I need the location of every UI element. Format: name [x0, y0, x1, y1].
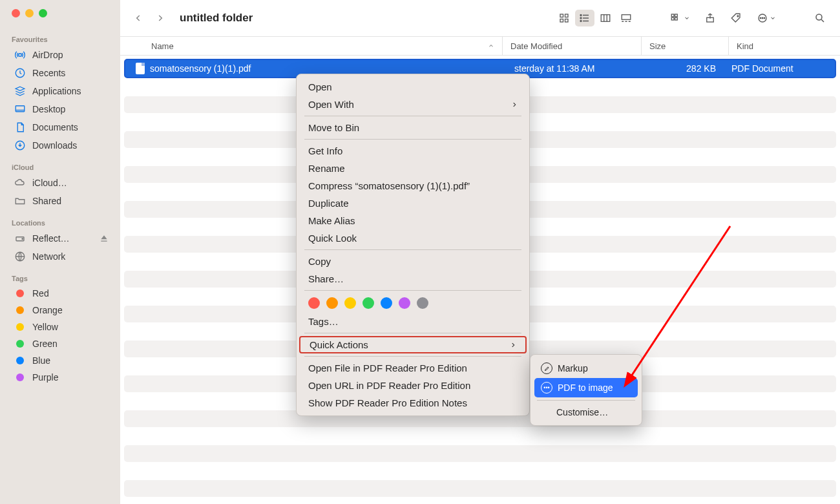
svg-point-13 — [580, 21, 582, 22]
applications-icon — [14, 85, 26, 97]
share-button[interactable] — [700, 10, 720, 26]
column-date[interactable]: Date Modified — [503, 37, 642, 55]
file-icon — [136, 63, 145, 74]
menu-show-notes[interactable]: Show PDF Reader Pro Edition Notes — [297, 394, 529, 412]
menu-share[interactable]: Share… — [297, 270, 529, 288]
actions-button[interactable] — [752, 10, 781, 26]
sidebar-item-reflect[interactable]: Reflect… — [0, 229, 120, 247]
menu-tag-colors — [297, 293, 529, 313]
group-by-button[interactable] — [666, 10, 694, 26]
tags-button[interactable] — [726, 10, 746, 26]
sidebar-item-label: Blue — [32, 355, 50, 366]
submenu-markup[interactable]: Markup — [534, 359, 638, 378]
sidebar-item-label: Reflect… — [32, 233, 70, 244]
svg-rect-18 — [671, 17, 674, 20]
column-size[interactable]: Size — [642, 37, 729, 55]
sidebar-header-icloud: iCloud — [0, 158, 120, 174]
back-button[interactable] — [131, 10, 146, 26]
sidebar-item-documents[interactable]: Documents — [0, 118, 120, 136]
sidebar: Favourites AirDrop Recents Applications … — [0, 0, 120, 504]
tag-dot-icon — [16, 289, 24, 297]
finder-window: Favourites AirDrop Recents Applications … — [0, 0, 840, 504]
sidebar-tag-blue[interactable]: Blue — [0, 352, 120, 369]
desktop-icon — [14, 103, 26, 115]
file-name: somatosensory (1)(1).pdf — [150, 63, 251, 74]
file-row-empty — [124, 428, 836, 445]
menu-separator — [304, 356, 521, 357]
column-kind[interactable]: Kind — [729, 37, 840, 55]
menu-rename[interactable]: Rename — [297, 160, 529, 177]
clock-icon — [14, 67, 26, 79]
sidebar-tag-purple[interactable]: Purple — [0, 369, 120, 386]
icon-view-button[interactable] — [554, 10, 574, 26]
svg-point-12 — [580, 17, 582, 19]
tag-color-orange[interactable] — [326, 297, 338, 309]
tag-color-purple[interactable] — [399, 297, 410, 309]
forward-button[interactable] — [152, 10, 168, 26]
column-name[interactable]: Name — [120, 37, 503, 55]
sidebar-item-icloud[interactable]: iCloud… — [0, 174, 120, 192]
sidebar-item-shared[interactable]: Shared — [0, 192, 120, 210]
sidebar-item-label: Desktop — [32, 104, 65, 114]
svg-point-26 — [816, 14, 822, 20]
menu-quick-look[interactable]: Quick Look — [297, 229, 529, 247]
svg-point-24 — [762, 17, 763, 19]
menu-compress[interactable]: Compress “somatosensory (1)(1).pdf” — [297, 177, 529, 194]
sidebar-tag-red[interactable]: Red — [0, 285, 120, 302]
eject-icon[interactable] — [100, 234, 109, 243]
sidebar-item-label: Network — [32, 251, 65, 262]
sidebar-tag-green[interactable]: Green — [0, 335, 120, 352]
zoom-window-button[interactable] — [39, 9, 47, 17]
sidebar-item-network[interactable]: Network — [0, 247, 120, 266]
close-window-button[interactable] — [12, 9, 20, 17]
menu-separator — [304, 333, 521, 333]
menu-get-info[interactable]: Get Info — [297, 142, 529, 160]
menu-copy[interactable]: Copy — [297, 253, 529, 270]
tag-color-yellow[interactable] — [344, 297, 356, 309]
airdrop-icon — [14, 49, 26, 61]
list-view-button[interactable] — [575, 10, 594, 26]
menu-open-url-pdfreader[interactable]: Open URL in PDF Reader Pro Edition — [297, 377, 529, 394]
toolbar: untitled folder — [120, 0, 840, 36]
menu-open-with[interactable]: Open With — [297, 96, 529, 113]
sidebar-item-label: Shared — [32, 196, 61, 206]
submenu-pdf-to-image[interactable]: ••• PDF to image — [534, 378, 638, 397]
downloads-icon — [14, 140, 26, 151]
tag-dot-icon — [16, 323, 24, 331]
sidebar-item-downloads[interactable]: Downloads — [0, 136, 120, 154]
sidebar-item-label: Documents — [32, 122, 78, 132]
submenu-customise[interactable]: Customise… — [534, 403, 638, 421]
sidebar-item-airdrop[interactable]: AirDrop — [0, 46, 120, 64]
svg-rect-19 — [675, 17, 678, 20]
minimize-window-button[interactable] — [25, 9, 34, 17]
search-button[interactable] — [810, 10, 830, 26]
column-view-button[interactable] — [596, 10, 615, 26]
sidebar-tag-yellow[interactable]: Yellow — [0, 319, 120, 335]
sort-indicator-icon — [488, 43, 494, 49]
svg-rect-15 — [622, 15, 631, 20]
menu-move-to-bin[interactable]: Move to Bin — [297, 119, 529, 136]
tag-color-red[interactable] — [308, 297, 320, 309]
tag-color-green[interactable] — [362, 297, 374, 309]
sidebar-tag-orange[interactable]: Orange — [0, 302, 120, 319]
file-row-empty — [124, 480, 836, 497]
menu-open[interactable]: Open — [297, 78, 529, 96]
sidebar-item-recents[interactable]: Recents — [0, 64, 120, 82]
sidebar-item-label: Applications — [32, 86, 81, 96]
workflow-icon: ••• — [541, 382, 552, 394]
menu-quick-actions[interactable]: Quick Actions — [299, 336, 527, 353]
tag-color-grey[interactable] — [417, 297, 428, 309]
sidebar-item-desktop[interactable]: Desktop — [0, 100, 120, 118]
cloud-icon — [14, 177, 26, 189]
chevron-right-icon — [510, 341, 516, 350]
menu-tags[interactable]: Tags… — [297, 313, 529, 330]
menu-open-file-pdfreader[interactable]: Open File in PDF Reader Pro Edition — [297, 359, 529, 377]
chevron-right-icon — [511, 100, 518, 109]
tag-color-blue[interactable] — [381, 297, 392, 309]
gallery-view-button[interactable] — [616, 10, 636, 26]
menu-separator — [304, 249, 521, 250]
menu-make-alias[interactable]: Make Alias — [297, 212, 529, 229]
sidebar-item-applications[interactable]: Applications — [0, 82, 120, 100]
tag-dot-icon — [16, 306, 24, 314]
menu-duplicate[interactable]: Duplicate — [297, 194, 529, 212]
